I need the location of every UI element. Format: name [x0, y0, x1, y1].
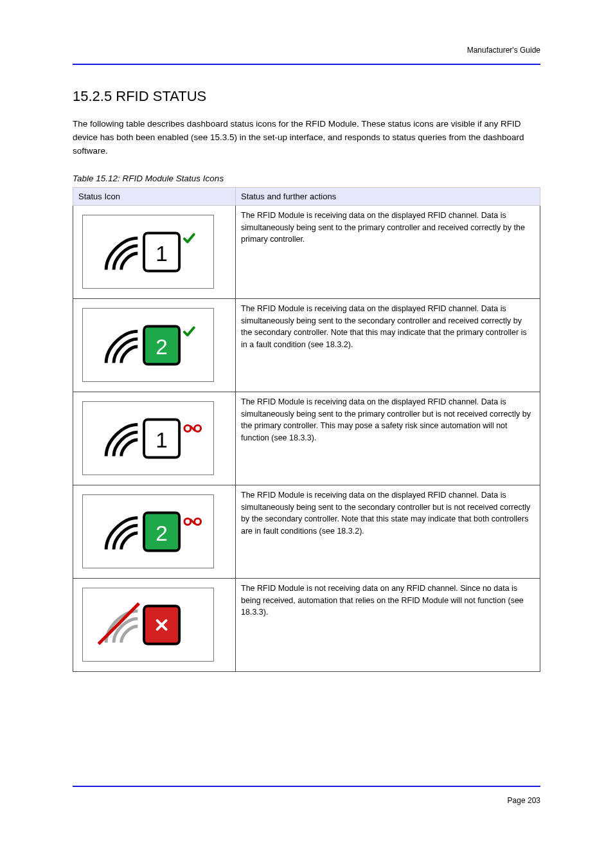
header: Manufacturer's Guide	[73, 46, 540, 56]
th-desc: Status and further actions	[236, 187, 540, 205]
status-icon-cell	[73, 298, 236, 392]
icon-rfid-2-green-tick	[82, 308, 214, 382]
table-row: The RFID Module is receiving data on the…	[73, 392, 540, 485]
icon-rfid-x-red-nosignal	[82, 588, 214, 662]
table-row: The RFID Module is receiving data on the…	[73, 205, 540, 298]
section-title: 15.2.5 RFID STATUS	[73, 88, 540, 105]
status-description: The RFID Module is not receiving data on…	[236, 578, 540, 671]
icon-rfid-1-outline-broken	[82, 401, 214, 475]
footer: Page 203	[73, 796, 540, 805]
footer-rule	[73, 786, 540, 787]
table-caption: Table 15.12: RFID Module Status Icons	[73, 174, 540, 183]
intro-paragraph: The following table describes dashboard …	[73, 118, 540, 158]
status-description: The RFID Module is receiving data on the…	[236, 298, 540, 392]
page-number: Page 203	[508, 796, 540, 805]
status-icon-cell	[73, 578, 236, 671]
th-icon: Status Icon	[73, 187, 236, 205]
status-icon-cell	[73, 392, 236, 485]
icon-rfid-2-green-broken	[82, 494, 214, 568]
table-row: The RFID Module is receiving data on the…	[73, 298, 540, 392]
header-text: Manufacturer's Guide	[467, 46, 540, 55]
page: Manufacturer's Guide 15.2.5 RFID STATUS …	[0, 0, 613, 868]
icon-rfid-1-outline-tick	[82, 215, 214, 289]
status-description: The RFID Module is receiving data on the…	[236, 205, 540, 298]
status-icon-cell	[73, 485, 236, 578]
status-description: The RFID Module is receiving data on the…	[236, 485, 540, 578]
status-icon-cell	[73, 205, 236, 298]
header-rule	[73, 64, 540, 65]
table-row: The RFID Module is receiving data on the…	[73, 485, 540, 578]
status-table: Status Icon Status and further actions T…	[73, 187, 540, 672]
status-description: The RFID Module is receiving data on the…	[236, 392, 540, 485]
table-row: The RFID Module is not receiving data on…	[73, 578, 540, 671]
